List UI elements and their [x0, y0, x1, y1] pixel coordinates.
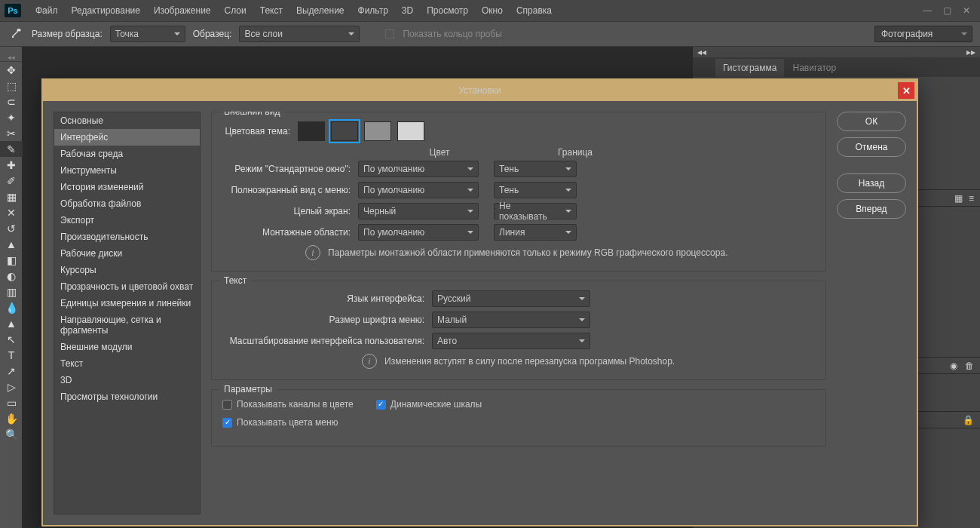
cat-tools[interactable]: Инструменты [54, 162, 200, 179]
tool-history-brush[interactable]: ↺ [0, 220, 23, 236]
options-bar: Размер образца: Точка Образец: Все слои … [0, 21, 980, 47]
cat-filehandling[interactable]: Обработка файлов [54, 195, 200, 212]
menu-help[interactable]: Справка [510, 0, 559, 21]
cat-performance[interactable]: Производительность [54, 229, 200, 245]
cat-transparency[interactable]: Прозрачность и цветовой охват [54, 278, 200, 295]
trash-icon[interactable]: 🗑 [965, 361, 974, 371]
ok-button[interactable]: ОК [837, 112, 906, 131]
sample-select[interactable]: Все слои [239, 26, 360, 42]
tool-dodge[interactable]: ◐ [0, 268, 23, 284]
dialog-close-button[interactable]: ✕ [898, 82, 914, 99]
menu-edit[interactable]: Редактирование [65, 0, 147, 21]
tool-quick-select[interactable]: ✦ [0, 109, 23, 125]
cat-history[interactable]: История изменений [54, 179, 200, 195]
ui-scale-select[interactable]: Авто [432, 333, 590, 349]
cat-plugins[interactable]: Внешние модули [54, 339, 200, 355]
tool-crop[interactable]: ✂ [0, 125, 23, 141]
menu-file[interactable]: Файл [29, 0, 65, 21]
tool-eraser[interactable]: ◧ [0, 252, 23, 268]
cat-3d[interactable]: 3D [54, 372, 200, 388]
font-size-select[interactable]: Малый [432, 312, 590, 328]
cat-techpreview[interactable]: Просмотры технологии [54, 388, 200, 405]
toolbar-collapse-icon[interactable]: ◂◂ [0, 53, 22, 62]
cat-type[interactable]: Текст [54, 355, 200, 372]
fullmenu-color-select[interactable]: По умолчанию [358, 182, 479, 198]
menu-3d[interactable]: 3D [395, 0, 420, 21]
color-theme-label: Цветовая тема: [222, 126, 298, 137]
preferences-dialog: Установки ✕ Основные Интерфейс Рабочая с… [41, 78, 918, 526]
tool-gradient[interactable]: ▥ [0, 284, 23, 299]
cat-units[interactable]: Единицы измерения и линейки [54, 295, 200, 312]
tab-histogram[interactable]: Гистограмма [715, 59, 784, 77]
tool-path[interactable]: ↖ [0, 331, 23, 347]
app-logo: Ps [5, 4, 21, 17]
cat-guides[interactable]: Направляющие, сетка и фрагменты [54, 312, 200, 339]
menu-filter[interactable]: Фильтр [351, 0, 395, 21]
cat-cursors[interactable]: Курсоры [54, 262, 200, 278]
tool-healing[interactable]: ✚ [0, 157, 23, 173]
menu-window[interactable]: Окно [475, 0, 510, 21]
tool-rectangle[interactable]: ▭ [0, 394, 23, 410]
panel-expand-icon[interactable]: ▸▸ [966, 47, 975, 57]
theme-swatch-darkest[interactable] [298, 121, 325, 141]
workspace-select[interactable]: Фотография [874, 26, 972, 42]
minimize-icon[interactable]: — [918, 4, 936, 17]
cat-workspace[interactable]: Рабочая среда [54, 146, 200, 162]
cancel-button[interactable]: Отмена [837, 137, 906, 157]
ui-lang-select[interactable]: Русский [432, 290, 590, 307]
lock-icon[interactable]: 🔒 [963, 415, 974, 425]
tool-shape[interactable]: ↗ [0, 363, 23, 379]
tool-direct-select[interactable]: ▷ [0, 379, 23, 394]
standard-border-select[interactable]: Тень [494, 161, 577, 177]
cat-scratch[interactable]: Рабочие диски [54, 245, 200, 262]
tool-frame[interactable]: ▦ [0, 189, 23, 204]
column-border-header: Граница [515, 147, 635, 158]
menu-type[interactable]: Текст [253, 0, 289, 21]
tool-stamp[interactable]: ▲ [0, 236, 23, 252]
tool-type[interactable]: T [0, 347, 23, 363]
theme-swatch-light[interactable] [397, 121, 424, 141]
fullmenu-border-select[interactable]: Тень [494, 182, 577, 198]
prev-button[interactable]: Назад [837, 173, 906, 193]
visibility-icon[interactable]: ◉ [950, 361, 957, 371]
maximize-icon[interactable]: ▢ [938, 4, 956, 17]
menu-layer[interactable]: Слои [218, 0, 253, 21]
dynamic-scales-checkbox[interactable]: Динамические шкалы [376, 399, 482, 410]
theme-swatch-dark[interactable] [331, 121, 358, 141]
tool-marquee[interactable]: ⬚ [0, 78, 23, 94]
panel-grid-icon[interactable]: ▦ [954, 193, 963, 204]
cat-export[interactable]: Экспорт [54, 212, 200, 229]
appearance-fieldset: Внешний вид Цветовая тема: Цвет Граница … [211, 112, 826, 272]
tool-brush[interactable]: ✐ [0, 173, 23, 189]
settings-pane: Внешний вид Цветовая тема: Цвет Граница … [211, 112, 826, 514]
show-channels-checkbox[interactable]: Показывать каналы в цвете [222, 399, 354, 410]
panel-list-icon[interactable]: ≡ [969, 193, 974, 204]
theme-swatch-medium[interactable] [364, 121, 391, 141]
tool-eyedropper[interactable]: ✎ [0, 141, 23, 157]
artboard-color-select[interactable]: По умолчанию [358, 224, 479, 241]
menu-image[interactable]: Изображение [147, 0, 218, 21]
tab-navigator[interactable]: Навигатор [785, 59, 844, 77]
artboard-border-select[interactable]: Линия [494, 224, 577, 241]
cat-general[interactable]: Основные [54, 112, 200, 129]
tool-clone[interactable]: ✕ [0, 204, 23, 220]
menu-view[interactable]: Просмотр [420, 0, 475, 21]
tool-pen[interactable]: ▲ [0, 315, 23, 331]
close-icon[interactable]: ✕ [957, 4, 975, 17]
fullscreen-border-select[interactable]: Не показывать [494, 203, 577, 219]
tool-lasso[interactable]: ⊂ [0, 94, 23, 109]
panel-collapse-icon[interactable]: ◂◂ [697, 47, 706, 57]
standard-color-select[interactable]: По умолчанию [358, 161, 479, 177]
fullscreen-color-select[interactable]: Черный [358, 203, 479, 219]
menu-select[interactable]: Выделение [289, 0, 351, 21]
tool-move[interactable]: ✥ [0, 62, 23, 78]
show-menu-colors-checkbox[interactable]: Показывать цвета меню [222, 417, 338, 428]
cat-interface[interactable]: Интерфейс [54, 129, 200, 146]
tool-blur[interactable]: 💧 [0, 299, 23, 315]
sample-size-select[interactable]: Точка [110, 26, 185, 42]
tool-zoom[interactable]: 🔍 [0, 426, 23, 442]
next-button[interactable]: Вперед [837, 199, 906, 219]
show-ring-checkbox[interactable]: Показать кольцо пробы [385, 29, 501, 39]
tool-hand[interactable]: ✋ [0, 410, 23, 426]
ui-scale-label: Масштабирование интерфейса пользователя: [222, 336, 432, 346]
